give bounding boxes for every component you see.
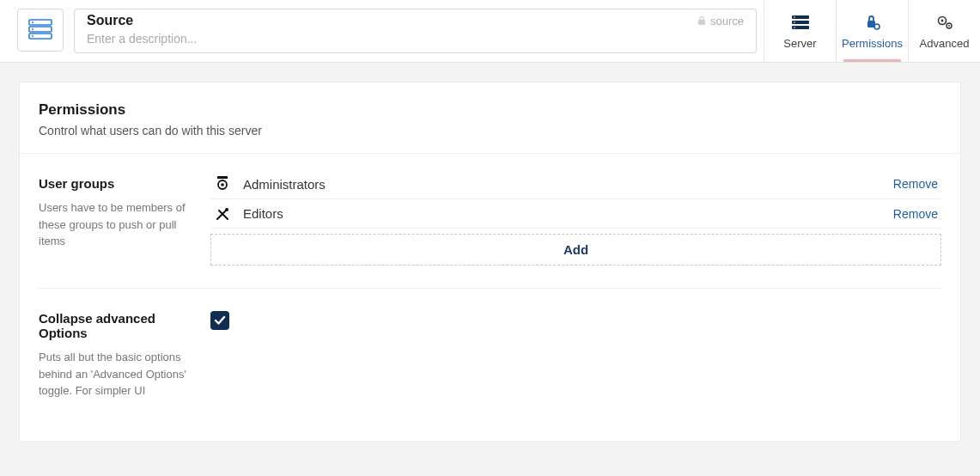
tab-advanced[interactable]: Advanced	[908, 0, 980, 62]
panel-title: Permissions	[39, 101, 941, 119]
collapse-checkbox[interactable]	[210, 311, 229, 330]
svg-point-3	[32, 21, 33, 23]
collapse-section: Collapse advanced Options Puts all but t…	[39, 289, 941, 422]
user-groups-content: Administrators Remove Editors Remove Add	[210, 176, 941, 265]
svg-point-22	[225, 208, 228, 211]
svg-point-11	[794, 21, 795, 23]
topbar: source Server	[0, 0, 980, 63]
lock-settings-icon	[864, 13, 881, 32]
user-groups-section: User groups Users have to be members of …	[39, 154, 941, 289]
panel-body: User groups Users have to be members of …	[20, 154, 960, 441]
remove-button[interactable]: Remove	[893, 207, 938, 221]
svg-point-10	[794, 16, 795, 18]
slug-label: source	[710, 15, 744, 27]
group-row-administrators: Administrators Remove	[210, 176, 941, 199]
lock-icon	[697, 15, 706, 26]
panel-subtitle: Control what users can do with this serv…	[39, 124, 941, 137]
title-row: source	[75, 9, 756, 28]
group-name-label: Administrators	[243, 177, 893, 192]
collapse-content	[210, 311, 941, 400]
svg-point-21	[221, 183, 224, 186]
topbar-left: source	[0, 0, 764, 62]
user-groups-heading-block: User groups Users have to be members of …	[39, 176, 210, 265]
tab-permissions-label: Permissions	[842, 37, 903, 50]
svg-point-4	[32, 28, 33, 30]
svg-point-16	[940, 19, 943, 21]
source-logo	[17, 9, 64, 52]
tab-server[interactable]: Server	[764, 0, 836, 62]
tab-advanced-label: Advanced	[920, 37, 970, 50]
svg-rect-19	[217, 176, 228, 179]
svg-point-5	[32, 35, 33, 37]
tab-permissions[interactable]: Permissions	[836, 0, 908, 62]
user-groups-heading: User groups	[39, 176, 193, 191]
badge-icon	[214, 176, 231, 192]
tools-icon	[214, 207, 231, 221]
title-input[interactable]	[87, 13, 697, 28]
remove-button[interactable]: Remove	[893, 177, 938, 191]
collapse-heading: Collapse advanced Options	[39, 311, 193, 340]
collapse-heading-block: Collapse advanced Options Puts all but t…	[39, 311, 210, 400]
collapse-description: Puts all but the basic options behind an…	[39, 349, 193, 400]
server-icon	[791, 13, 810, 32]
group-name-label: Editors	[243, 206, 893, 221]
tabs: Server Permissions Advanced	[764, 0, 980, 62]
add-group-button[interactable]: Add	[210, 234, 941, 265]
user-groups-description: Users have to be members of these groups…	[39, 199, 193, 250]
server-stack-icon	[27, 19, 53, 41]
tab-server-label: Server	[783, 37, 816, 50]
svg-point-18	[948, 25, 950, 27]
description-input[interactable]	[75, 28, 756, 52]
group-row-editors: Editors Remove	[210, 199, 941, 229]
permissions-panel: Permissions Control what users can do wi…	[19, 82, 961, 442]
gears-icon	[935, 13, 954, 32]
title-block: source	[74, 9, 757, 53]
panel-header: Permissions Control what users can do wi…	[20, 82, 960, 154]
svg-rect-6	[698, 20, 705, 25]
slug: source	[697, 15, 744, 27]
svg-point-12	[794, 27, 795, 28]
check-icon	[214, 315, 226, 326]
